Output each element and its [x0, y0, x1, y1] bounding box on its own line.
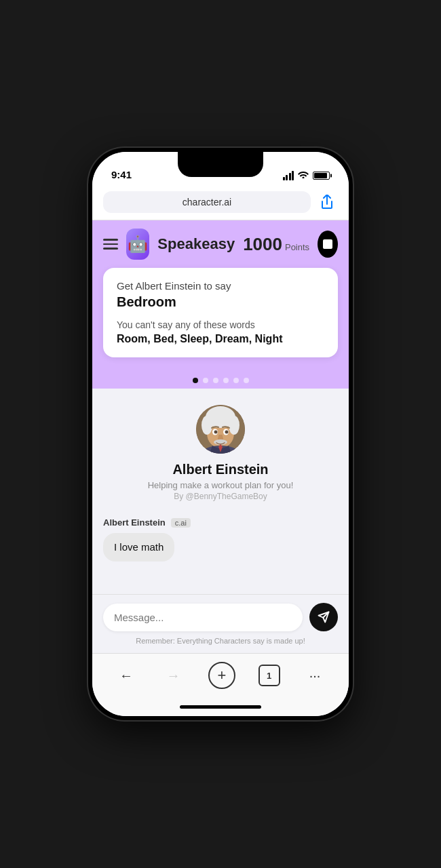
input-row	[103, 603, 338, 631]
stop-button[interactable]	[318, 231, 338, 258]
home-indicator	[92, 697, 349, 716]
share-button[interactable]	[316, 191, 338, 213]
svg-point-4	[229, 416, 239, 435]
notch	[178, 152, 263, 177]
input-area: Remember: Everything Characters say is m…	[92, 594, 349, 653]
dot-3[interactable]	[213, 378, 218, 383]
character-author: By @BennyTheGameBoy	[174, 492, 267, 501]
challenge-forbidden-words: Room, Bed, Sleep, Dream, Night	[117, 333, 324, 345]
challenge-card: Get Albert Einstein to say Bedroom You c…	[103, 268, 338, 357]
message-section: Albert Einstein c.ai I love math	[92, 512, 349, 572]
send-button[interactable]	[309, 603, 338, 631]
message-sender-row: Albert Einstein c.ai	[103, 517, 338, 528]
character-description: Helping make a workout plan for you!	[148, 480, 294, 490]
challenge-target-word: Bedroom	[117, 294, 324, 310]
challenge-section: Get Albert Einstein to say Bedroom You c…	[92, 268, 349, 368]
app-logo: 🤖	[126, 229, 149, 260]
nav-back-button[interactable]: ←	[114, 663, 138, 688]
character-name: Albert Einstein	[172, 462, 268, 477]
phone-screen: 9:41	[92, 152, 349, 716]
character-avatar	[196, 405, 245, 454]
dot-1[interactable]	[193, 378, 198, 383]
status-time: 9:41	[111, 169, 132, 180]
svg-point-3	[202, 416, 212, 435]
home-bar	[180, 705, 261, 709]
status-icons	[283, 170, 330, 180]
wifi-icon	[298, 170, 309, 180]
dot-4[interactable]	[223, 378, 229, 383]
character-profile: Albert Einstein Helping make a workout p…	[92, 389, 349, 512]
cai-badge: c.ai	[171, 518, 191, 528]
message-bubble: I love math	[103, 533, 174, 561]
dot-6[interactable]	[244, 378, 249, 383]
points-label: Points	[285, 242, 309, 252]
message-sender-name: Albert Einstein	[103, 517, 166, 528]
points-number: 1000	[243, 234, 282, 255]
challenge-instruction: Get Albert Einstein to say	[117, 280, 324, 292]
svg-point-7	[214, 431, 218, 434]
nav-add-button[interactable]: +	[208, 662, 235, 689]
menu-icon[interactable]	[103, 239, 118, 250]
message-text: I love math	[114, 541, 164, 553]
challenge-restriction: You can't say any of these words	[117, 319, 324, 330]
nav-more-button[interactable]: ···	[303, 663, 327, 688]
dots-container	[92, 368, 349, 389]
battery-icon	[313, 172, 330, 180]
points-container: 1000 Points	[243, 234, 309, 255]
url-bar[interactable]: character.ai	[103, 191, 311, 213]
dot-2[interactable]	[203, 378, 208, 383]
disclaimer: Remember: Everything Characters say is m…	[103, 637, 338, 645]
signal-icon	[283, 171, 294, 180]
stop-icon	[323, 239, 332, 249]
nav-forward-button[interactable]: →	[161, 663, 186, 688]
chat-area[interactable]: Albert Einstein Helping make a workout p…	[92, 389, 349, 594]
url-text: character.ai	[183, 197, 231, 208]
app-header: 🤖 Speakeasy 1000 Points	[92, 220, 349, 268]
message-input[interactable]	[103, 604, 303, 631]
phone-frame: 9:41	[88, 148, 353, 720]
svg-point-8	[225, 431, 229, 434]
browser-nav: ← → + 1 ···	[92, 653, 349, 697]
dot-5[interactable]	[233, 378, 239, 383]
app-title: Speakeasy	[157, 235, 235, 253]
browser-bar: character.ai	[92, 186, 349, 220]
nav-tabs-button[interactable]: 1	[258, 665, 280, 686]
